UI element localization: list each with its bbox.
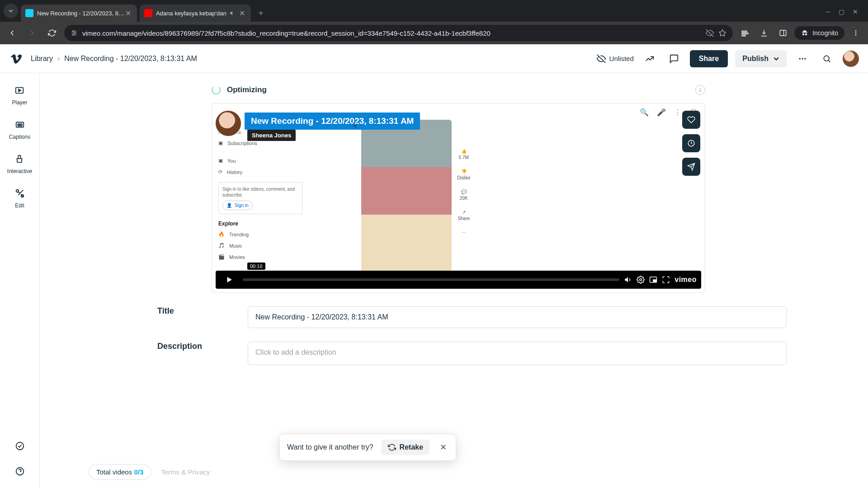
player-controls: vimeo [216,271,701,289]
toast-close-icon[interactable]: ✕ [438,442,448,452]
svg-text:CC: CC [17,123,22,127]
video-player[interactable]: ▶Shorts ▣Subscriptions ▣You ⟳History Sig… [212,103,705,293]
vimeo-wordmark[interactable]: vimeo [675,276,697,284]
rail-player[interactable]: Player [12,84,27,106]
publish-button[interactable]: Publish [735,50,787,67]
browser-tab-vimeo[interactable]: New Recording - 12/20/2023, 8… ✕ [21,5,137,22]
minimize-icon[interactable]: ─ [826,8,830,15]
svg-line-19 [829,60,830,62]
favicon-youtube [144,9,152,17]
left-rail: Player CC Captions Interactive Edit [0,73,40,488]
svg-point-4 [75,33,76,34]
back-button[interactable] [5,25,20,41]
like-button[interactable] [682,111,700,129]
forward-button[interactable] [24,25,40,41]
help-icon[interactable] [11,463,28,480]
presenter-name: Sheena Jones [247,130,296,141]
svg-point-14 [855,34,857,36]
rail-interactive[interactable]: Interactive [7,153,32,174]
breadcrumb-library[interactable]: Library [31,55,53,63]
eye-blocked-icon[interactable] [706,29,714,37]
player-icon [13,84,26,97]
processing-status: Optimizing i [40,73,868,103]
site-settings-icon[interactable] [71,29,78,37]
title-row: Title [40,293,868,328]
audio-playing-icon[interactable] [229,10,236,16]
favicon-vimeo [25,9,33,17]
yt-short-thumbnail [361,120,452,278]
share-arrow-icon: ↗ [462,210,466,215]
video-quota-pill[interactable]: Total videos 0/3 [89,464,151,480]
svg-point-18 [824,56,829,61]
analytics-button[interactable] [641,50,658,67]
incognito-indicator[interactable]: Incognito [794,26,844,40]
activity-icon[interactable] [11,437,28,455]
tab-title: New Recording - 12/20/2023, 8… [37,10,124,17]
title-input[interactable] [248,306,787,328]
bookmark-star-icon[interactable] [718,29,726,37]
browser-titlebar: New Recording - 12/20/2023, 8… ✕ Adana k… [0,0,868,22]
breadcrumb-current: New Recording - 12/20/2023, 8:13:31 AM [64,55,197,63]
maximize-icon[interactable]: ▢ [839,8,844,15]
window-controls: ─ ▢ ✕ [826,8,864,22]
fullscreen-icon[interactable] [662,276,670,284]
new-tab-button[interactable]: ＋ [254,5,268,20]
yt-trending: Trending [229,232,249,237]
footer: Total videos 0/3 Terms & Privacy [89,464,210,480]
comments-button[interactable] [665,50,683,67]
progress-bar[interactable] [243,278,619,281]
settings-gear-icon[interactable] [637,276,645,284]
share-video-button[interactable] [682,158,700,176]
svg-rect-38 [653,280,656,282]
svg-point-13 [855,33,857,34]
reload-button[interactable] [44,25,60,41]
browser-tab-youtube[interactable]: Adana keyfasya kebap'dan ✕ [140,5,251,22]
volume-icon[interactable] [624,276,632,284]
url-input[interactable] [82,29,701,37]
tabs-dropdown[interactable] [4,4,18,18]
kebab-icon: ⋮ [674,108,681,117]
address-bar[interactable] [64,25,733,41]
more-menu-button[interactable] [794,50,811,67]
main-content: Optimizing i ▶Shorts ▣Subscriptions ▣You… [40,73,868,488]
tab-title: Adana keyfasya kebap'dan [156,10,226,17]
svg-point-36 [640,279,642,281]
player-side-actions [682,111,700,176]
thumbs-up-icon: 👍 [461,149,467,154]
more-icon: ⋯ [462,230,466,235]
browser-toolbar: Incognito [0,22,868,44]
rail-edit[interactable]: Edit [14,187,26,209]
play-button[interactable] [220,271,238,289]
svg-point-24 [16,190,19,192]
interactive-icon [13,153,26,165]
media-control-icon[interactable] [737,25,753,41]
pip-icon[interactable] [649,276,657,284]
share-button[interactable]: Share [690,50,728,67]
svg-point-12 [855,30,857,32]
menu-kebab-icon[interactable] [848,25,863,41]
svg-rect-7 [742,31,747,32]
user-avatar[interactable] [843,51,859,67]
vimeo-logo-icon[interactable] [9,52,24,66]
mic-icon: 🎤 [657,108,666,117]
description-label: Description [157,342,234,351]
download-icon[interactable] [756,25,772,41]
svg-rect-8 [742,33,748,34]
rail-label: Player [12,99,27,106]
info-icon[interactable]: i [695,85,705,95]
terms-link[interactable]: Terms & Privacy [161,468,210,476]
close-window-icon[interactable]: ✕ [853,8,858,15]
description-input[interactable]: Click to add a description [248,342,787,365]
rail-captions[interactable]: CC Captions [9,118,30,140]
privacy-toggle[interactable]: Unlisted [597,54,634,63]
close-tab-icon[interactable]: ✕ [238,9,246,18]
svg-rect-10 [780,30,786,36]
retake-button[interactable]: Retake [382,440,429,455]
svg-marker-35 [227,277,232,282]
close-tab-icon[interactable]: ✕ [124,9,132,18]
sidepanel-icon[interactable] [775,25,791,41]
search-button[interactable] [818,50,835,67]
chevron-down-icon [773,56,779,62]
svg-marker-21 [19,89,21,92]
watch-later-button[interactable] [682,134,700,152]
